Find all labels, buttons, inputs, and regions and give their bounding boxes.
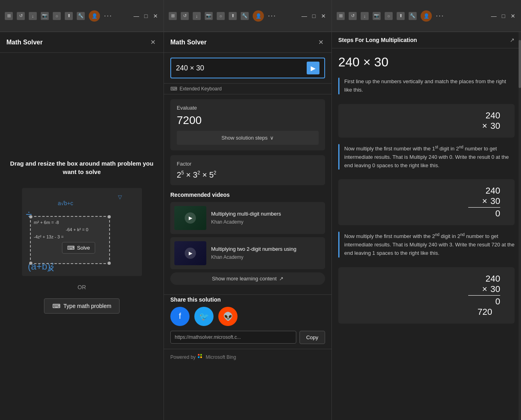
math-input-area: 240 × 30 ▶ <box>164 53 331 84</box>
close-btn-1[interactable]: ✕ <box>152 13 159 19</box>
minimize-btn-2[interactable]: — <box>301 13 307 19</box>
external-link-icon: ↗ <box>279 276 283 282</box>
play-btn-1: ▶ <box>185 212 196 224</box>
keyboard-label: Extended Keyboard <box>180 86 222 92</box>
step-block-1: First line up the numbers vertically and… <box>338 78 515 94</box>
show-steps-button[interactable]: Show solution steps ∨ <box>177 131 319 145</box>
extension-icon-2[interactable]: 🔧 <box>241 12 249 20</box>
screenshot-icon-2[interactable]: 📷 <box>205 12 213 20</box>
selection-box[interactable]: m² + 6m = -8 -64 + k² = 0 -4z² + 13z - 3… <box>30 216 110 264</box>
share-icon-1[interactable]: ⬆ <box>65 12 73 20</box>
minimize-btn-1[interactable]: — <box>133 13 140 19</box>
more-content-button[interactable]: Show more learning content ↗ <box>170 272 325 285</box>
video-thumb-2: ▶ <box>174 241 206 265</box>
history-icon-3[interactable]: ↺ <box>349 12 357 20</box>
calc-op-row-3: × 30 <box>482 284 500 294</box>
close-btn-2[interactable]: ✕ <box>320 13 327 19</box>
steps-content: 240 × 30 First line up the numbers verti… <box>332 48 521 420</box>
download-icon-1[interactable]: ↓ <box>29 12 37 20</box>
minimize-btn-3[interactable]: — <box>491 13 497 19</box>
evaluate-section: Evaluate 7200 Show solution steps ∨ <box>170 99 325 150</box>
bing-name: Microsoft Bing <box>206 354 236 360</box>
maximize-btn-2[interactable]: □ <box>311 13 317 19</box>
maximize-btn-1[interactable]: □ <box>143 13 149 19</box>
factor-label: Factor <box>177 161 319 167</box>
svg-rect-2 <box>198 356 200 358</box>
scrollbar-thumb[interactable] <box>519 40 521 88</box>
maximize-btn-3[interactable]: □ <box>500 13 507 19</box>
more-icon-1[interactable]: ··· <box>104 12 112 20</box>
or-divider: OR <box>78 284 86 290</box>
extension-icon-3[interactable]: 🔧 <box>409 12 417 20</box>
url-input[interactable] <box>170 331 296 344</box>
math-input-box: 240 × 30 ▶ <box>170 58 325 78</box>
download-icon-3[interactable]: ↓ <box>361 12 369 20</box>
more-icon-2[interactable]: ··· <box>268 12 276 20</box>
solve-label: Solve <box>77 245 90 251</box>
calc-bottom-3: 30 <box>491 284 500 294</box>
external-link-button[interactable]: ↗ <box>510 37 515 43</box>
keyboard-link[interactable]: ⌨ Extended Keyboard <box>164 84 331 94</box>
bing-logo: Microsoft Bing <box>198 354 236 360</box>
video-source-2: Khan Academy <box>211 254 321 260</box>
share-icon-3[interactable]: ⬆ <box>397 12 405 20</box>
solver-header-1: Math Solver ✕ <box>0 32 164 53</box>
twitter-button[interactable]: 🐦 <box>194 307 214 326</box>
play-btn-2: ▶ <box>185 248 196 259</box>
svg-rect-0 <box>198 354 200 356</box>
reddit-button[interactable]: 👽 <box>218 307 238 326</box>
screenshot-icon-3[interactable]: 📷 <box>373 12 381 20</box>
svg-rect-3 <box>200 356 202 358</box>
browser-chrome-2: ⊞ ↺ ↓ 📷 ○ ⬆ 🔧 👤 ··· — □ ✕ <box>164 0 331 32</box>
share-icon-2[interactable]: ⬆ <box>229 12 237 20</box>
browser-chrome-1: ⊞ ↺ ↓ 📷 ○ ⬆ 🔧 👤 ··· — □ ✕ <box>0 0 164 32</box>
chevron-down-icon: ∨ <box>270 135 274 141</box>
screenshot-icon-1[interactable]: 📷 <box>41 12 49 20</box>
solver-header-2: Math Solver ✕ <box>164 32 331 53</box>
video-source-1: Khan Academy <box>211 219 321 225</box>
type-math-button[interactable]: ⌨ Type math problem <box>44 298 120 314</box>
calc-op-row-2: × 30 <box>482 196 500 206</box>
videos-title: Recommended videos <box>170 192 325 198</box>
submit-button[interactable]: ▶ <box>307 62 319 74</box>
x-symbol: ✕ <box>48 264 55 274</box>
solver-title-3: Steps For Long Multiplication <box>338 37 417 43</box>
solve-icon: ⌨ <box>67 245 75 251</box>
history-icon-2[interactable]: ↺ <box>181 12 189 20</box>
evaluate-value: 7200 <box>177 114 319 127</box>
win-controls-2: — □ ✕ <box>301 13 327 19</box>
solve-tooltip[interactable]: ⌨ Solve <box>62 242 96 254</box>
video-title-2: Multiplying two 2-digit numbers using <box>211 246 321 253</box>
close-btn-3[interactable]: ✕ <box>510 13 516 19</box>
camera-icon-1[interactable]: ○ <box>53 12 61 20</box>
camera-icon-2[interactable]: ○ <box>217 12 225 20</box>
math-input-text: 240 × 30 <box>176 64 307 72</box>
camera-icon-3[interactable]: ○ <box>385 12 393 20</box>
copy-button[interactable]: Copy <box>299 331 325 344</box>
browser-icon-2: ⊞ <box>169 12 177 20</box>
social-icons: f 🐦 👽 <box>170 307 325 326</box>
video-thumb-1: ▶ <box>174 206 206 230</box>
frac-row-1: 240 × 30 <box>345 110 508 131</box>
calc-bottom-1: 30 <box>491 121 500 131</box>
avatar-1[interactable]: 👤 <box>89 10 100 22</box>
more-icon-3[interactable]: ··· <box>436 12 444 20</box>
video-title-1: Multiplying multi-digit numbers <box>211 211 321 218</box>
avatar-3[interactable]: 👤 <box>421 10 432 22</box>
calc-top-1: 240 <box>485 110 500 121</box>
close-solver-btn-1[interactable]: ✕ <box>149 37 157 48</box>
keyboard-icon-2: ⌨ <box>170 86 177 92</box>
video-card-2[interactable]: ▶ Multiplying two 2-digit numbers using … <box>170 237 325 269</box>
solver-title-2: Math Solver <box>170 39 207 46</box>
history-icon-1[interactable]: ↺ <box>17 12 25 20</box>
copy-row: Copy <box>170 331 325 344</box>
download-icon-2[interactable]: ↓ <box>193 12 201 20</box>
video-card-1[interactable]: ▶ Multiplying multi-digit numbers Khan A… <box>170 202 325 234</box>
extension-icon-1[interactable]: 🔧 <box>77 12 85 20</box>
panel-2-content: 240 × 30 ▶ ⌨ Extended Keyboard Evaluate … <box>164 53 331 420</box>
facebook-button[interactable]: f <box>170 307 190 326</box>
avatar-2[interactable]: 👤 <box>253 10 264 22</box>
drag-text: Drag and resize the box around math prob… <box>8 159 156 176</box>
close-solver-btn-2[interactable]: ✕ <box>317 37 325 48</box>
frac-row-2: 240 × 30 0 <box>345 186 508 219</box>
